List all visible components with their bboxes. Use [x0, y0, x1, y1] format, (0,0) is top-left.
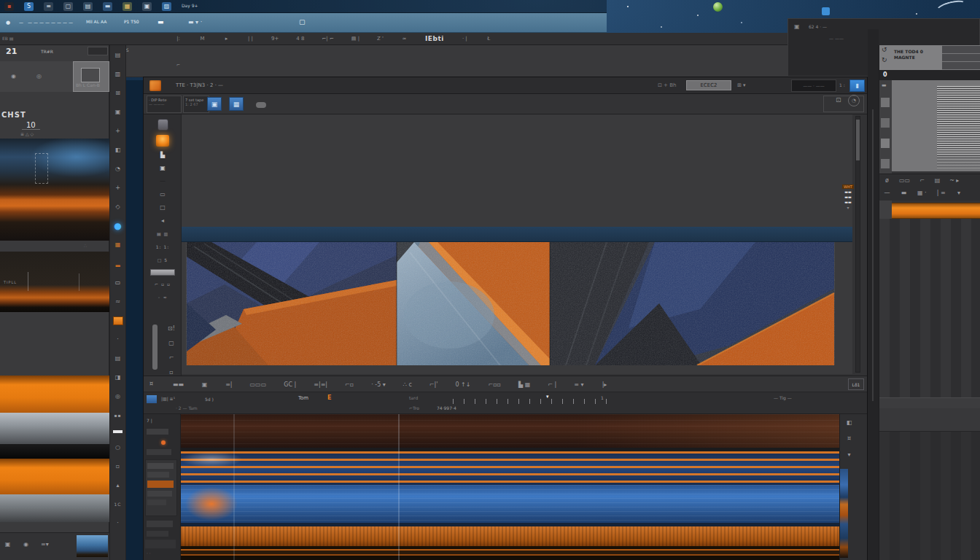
chip-icon[interactable]: ▭ — [160, 190, 166, 199]
split-icon[interactable]: ◨ — [114, 373, 121, 382]
tl-token[interactable]: ▬▬ — [173, 381, 184, 389]
rp-zero-row[interactable]: 0 — [879, 70, 980, 80]
panels-icon[interactable]: ▤ — [114, 51, 121, 60]
extension-icon[interactable]: ▢ — [299, 19, 306, 26]
mail-icon[interactable]: ▬ — [103, 2, 112, 11]
corner-box-icon[interactable]: ⊡ — [836, 97, 841, 104]
rp-token[interactable]: ø — [884, 176, 890, 185]
stack-row-d[interactable] — [147, 499, 166, 505]
rp-token[interactable]: — — [884, 189, 890, 198]
row-nums[interactable]: 1: 1: — [156, 243, 170, 252]
tl-token[interactable]: · -5 ▾ — [371, 381, 386, 389]
menu-token[interactable]: |: — [175, 35, 182, 44]
fx-button[interactable] — [156, 135, 169, 147]
window-menu[interactable]: TTE · T3|N3 · 2 · — — [176, 83, 223, 89]
rp-token[interactable]: ⌐ — [919, 176, 925, 185]
dot2-icon[interactable]: · — [114, 519, 121, 528]
box-icon[interactable]: ▫ — [114, 462, 121, 471]
tray-icon[interactable]: ▣ — [794, 24, 800, 31]
caret-icon[interactable]: ▴ — [114, 481, 121, 490]
timeline-ruler[interactable] — [453, 399, 613, 404]
titlebar-field[interactable]: ECEC2 — [686, 80, 731, 90]
menu-token[interactable]: ▸ — [223, 35, 230, 44]
sky-thumbnail[interactable] — [77, 535, 108, 557]
stack-caret[interactable]: ▾ — [847, 205, 849, 210]
gem-icon[interactable]: ¤ — [846, 435, 852, 443]
mini-swatch-icon[interactable]: ▂ — [114, 260, 121, 268]
files-icon[interactable]: ▤ — [83, 2, 93, 11]
tl-token[interactable]: ≡|≡| — [314, 381, 327, 389]
tl-token[interactable]: ▙ ▦ — [518, 381, 530, 389]
tab-blob-icon[interactable]: ▬ — [158, 19, 164, 26]
grip-button[interactable] — [158, 119, 168, 131]
circle-icon[interactable]: ○ — [114, 443, 121, 452]
playhead-marker[interactable]: ▾ — [546, 394, 549, 400]
shape-icon[interactable]: ◇ — [114, 203, 121, 211]
frame-icon[interactable]: ▣ — [114, 108, 121, 117]
box2-icon[interactable]: ▢ — [168, 339, 175, 348]
stamp-icon[interactable]: ▙ — [160, 151, 166, 160]
record-icon[interactable]: ◉ — [23, 540, 29, 549]
redo-icon[interactable]: ↻ — [882, 57, 887, 64]
rp-divider-1[interactable] — [879, 397, 980, 408]
clock-icon[interactable]: ◎ — [36, 72, 42, 81]
tl-token[interactable]: ≡| — [225, 381, 232, 389]
alert-icon[interactable]: ⊡! — [168, 324, 175, 333]
tl-token[interactable]: |▸ — [602, 381, 608, 389]
track-box5[interactable] — [145, 540, 176, 548]
pixel-icon[interactable]: ▪▪ — [114, 411, 121, 420]
row-icons[interactable]: ▤ ▥ — [157, 230, 168, 238]
play-icon[interactable]: ◉ — [10, 72, 17, 81]
menu-token[interactable]: Ł — [486, 35, 492, 44]
window-titlebar[interactable]: TTE · T3|N3 · 2 · — ⊡ + Bh ECEC2 ⊞ ▾ —— … — [144, 77, 867, 94]
track-audio-blue[interactable] — [181, 485, 839, 523]
menu-token[interactable]: 4 8 — [296, 35, 304, 44]
layers-icon[interactable]: ▤ — [114, 354, 121, 363]
tl-corner-box[interactable]: Lð1 — [848, 378, 864, 390]
tl-token[interactable]: ⌐▫▫ — [488, 381, 501, 389]
rp-token[interactable]: ▤ — [934, 176, 941, 185]
titlebar-dark-button[interactable]: —— · —— — [791, 79, 836, 92]
dot-icon[interactable]: · — [114, 335, 121, 344]
rail-swatch-3[interactable] — [881, 139, 890, 148]
track-box3[interactable] — [147, 521, 173, 527]
tl-left-icon[interactable]: ¤ — [149, 381, 153, 388]
add-icon[interactable]: ⊞ — [114, 89, 121, 98]
toolbar-mini-icons[interactable]: ▬ ▾ · — [188, 20, 202, 26]
photos-icon[interactable]: ▨ — [162, 2, 171, 11]
tl-token[interactable]: ⌐▫ — [345, 381, 354, 389]
light-bar-icon[interactable] — [150, 269, 175, 276]
arrow-icon[interactable]: ◂ — [160, 217, 166, 225]
corner-icon[interactable]: ⌐ — [168, 354, 175, 362]
toolbar-widget-1[interactable]: · DIP Rete — ——— — [147, 96, 182, 113]
menu-token[interactable]: IEbti — [425, 35, 444, 44]
stack-row-b[interactable] — [147, 472, 169, 478]
stamp-icon[interactable]: ▭ — [114, 279, 121, 287]
rp-divider-2[interactable] — [879, 408, 980, 432]
canvas-area[interactable] — [182, 114, 852, 374]
tl-token[interactable]: ≡ ▾ — [574, 381, 583, 389]
tl-token[interactable]: ⌐ | — [548, 381, 556, 389]
settings-icon[interactable]: ▣ — [142, 2, 152, 11]
rp-token[interactable]: | ≡ — [937, 189, 946, 198]
label-1c[interactable]: 1C — [114, 500, 121, 509]
undo-icon[interactable]: ↺ — [882, 47, 887, 54]
rp-dash-icon[interactable]: ▬ — [882, 83, 887, 89]
menu-token[interactable]: 9+ — [271, 35, 279, 44]
cross-icon[interactable]: + — [114, 184, 121, 192]
stack-row-c[interactable] — [147, 491, 172, 497]
menu-icon[interactable]: ≡▾ — [41, 540, 49, 549]
menu-token[interactable]: ≈ — [401, 35, 408, 44]
screen-icon[interactable]: ▣ — [4, 540, 11, 549]
tl-token[interactable]: ∴ c — [403, 381, 412, 389]
rp-content[interactable] — [892, 80, 980, 171]
nav-dot-icon[interactable]: ● — [6, 20, 10, 26]
tl-token[interactable]: ▭▭▭ — [250, 381, 267, 389]
caret2-icon[interactable]: ▾ — [846, 451, 852, 459]
opacity-slider-track[interactable] — [152, 324, 158, 370]
tl-token[interactable]: ⌐|' — [429, 381, 438, 389]
list-icon[interactable]: ≡ — [44, 2, 53, 11]
wave-icon[interactable]: ≈ — [114, 298, 121, 306]
panel-grid-icon[interactable]: ⌐ ▫ ▫ — [155, 280, 171, 289]
toolbar-widget-2[interactable]: 7 set tape 1: 2 67 — [183, 96, 209, 113]
